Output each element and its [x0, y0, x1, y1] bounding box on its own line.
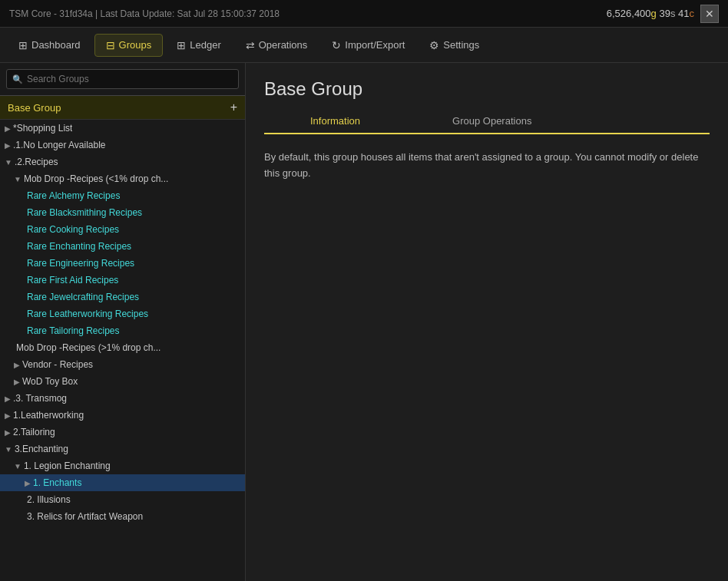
- tree-item-rare-jewelcrafting[interactable]: Rare Jewelcrafting Recipes: [0, 289, 245, 305]
- app-name: TSM Core - 31fd34a: [9, 8, 93, 19]
- label-illusions: 2. Illusions: [27, 494, 71, 505]
- arrow-vendor-recipes: ▶: [14, 361, 20, 369]
- nav-item-ledger[interactable]: ⊞Ledger: [166, 35, 231, 56]
- label-rare-alchemy: Rare Alchemy Recipes: [27, 190, 120, 201]
- tree-item-shopping-list[interactable]: ▶*Shopping List: [0, 120, 245, 137]
- nav-item-import-export[interactable]: ↻Import/Export: [321, 35, 415, 56]
- label-wod-toy-box: WoD Toy Box: [22, 376, 78, 387]
- tree-item-transmog[interactable]: ▶.3. Transmog: [0, 390, 245, 407]
- label-enchanting: 3.Enchanting: [15, 444, 68, 454]
- nav-item-dashboard[interactable]: ⊞Dashboard: [8, 35, 91, 56]
- gold-amount: 6,526,400g 39s 41c: [607, 8, 694, 19]
- tree-item-rare-firstaid[interactable]: Rare First Aid Recipes: [0, 272, 245, 289]
- base-group-header[interactable]: Base Group +: [0, 95, 245, 120]
- label-rare-tailoring: Rare Tailoring Recipes: [27, 325, 120, 336]
- label-rare-engineering: Rare Engineering Recipes: [27, 258, 134, 269]
- tree-item-enchanting[interactable]: ▼3.Enchanting: [0, 441, 245, 457]
- nav-item-groups[interactable]: ⊟Groups: [94, 34, 164, 57]
- tree-item-leatherworking[interactable]: ▶1.Leatherworking: [0, 407, 245, 424]
- tab-group-operations[interactable]: Group Operations: [406, 109, 577, 133]
- page-title: Base Group: [264, 78, 710, 100]
- arrow-wod-toy-box: ▶: [14, 378, 20, 386]
- label-rare-cooking: Rare Cooking Recipes: [27, 224, 119, 235]
- label-rare-jewelcrafting: Rare Jewelcrafting Recipes: [27, 292, 139, 302]
- label-leatherworking: 1.Leatherworking: [13, 410, 84, 421]
- navbar: ⊞Dashboard⊟Groups⊞Ledger⇄Operations↻Impo…: [0, 28, 728, 63]
- close-button[interactable]: ✕: [700, 5, 719, 23]
- label-rare-enchanting: Rare Enchanting Recipes: [27, 241, 131, 252]
- add-group-icon[interactable]: +: [230, 101, 237, 114]
- tree-item-mob-drop-gt1[interactable]: Mob Drop -Recipes (>1% drop ch...: [0, 339, 245, 356]
- tree-item-rare-alchemy[interactable]: Rare Alchemy Recipes: [0, 187, 245, 204]
- label-no-longer-available: .1.No Longer Available: [13, 140, 106, 150]
- nav-item-settings[interactable]: ⚙Settings: [419, 35, 490, 56]
- label-vendor-recipes: Vendor - Recipes: [22, 359, 93, 370]
- settings-nav-label: Settings: [443, 39, 479, 51]
- label-mob-drop-gt1: Mob Drop -Recipes (>1% drop ch...: [16, 342, 160, 353]
- content-body: By default, this group houses all items …: [246, 134, 728, 197]
- label-rare-firstaid: Rare First Aid Recipes: [27, 275, 118, 286]
- last-update: Last Data Update: Sat Jul 28 15:00:37 20…: [101, 8, 280, 19]
- tree-item-relics[interactable]: 3. Relics for Artifact Weapon: [0, 508, 245, 525]
- label-transmog: .3. Transmog: [13, 393, 67, 404]
- tree-item-rare-engineering[interactable]: Rare Engineering Recipes: [0, 255, 245, 272]
- tree-container: ▶*Shopping List▶.1.No Longer Available▼.…: [0, 120, 245, 581]
- tree-item-tailoring[interactable]: ▶2.Tailoring: [0, 424, 245, 441]
- tree-item-illusions[interactable]: 2. Illusions: [0, 491, 245, 508]
- base-group-label: Base Group: [8, 102, 61, 114]
- import-export-nav-label: Import/Export: [345, 39, 405, 51]
- tree-item-rare-leatherworking[interactable]: Rare Leatherworking Recipes: [0, 305, 245, 322]
- tree-item-wod-toy-box[interactable]: ▶WoD Toy Box: [0, 373, 245, 390]
- tabs-bar: InformationGroup Operations: [264, 109, 710, 134]
- main-layout: 🔍 Base Group + ▶*Shopping List▶.1.No Lon…: [0, 63, 728, 581]
- tree-item-no-longer-available[interactable]: ▶.1.No Longer Available: [0, 137, 245, 154]
- operations-nav-icon: ⇄: [246, 39, 255, 51]
- tree-item-recipes[interactable]: ▼.2.Recipes: [0, 154, 245, 170]
- tree-item-mob-drop-lt1[interactable]: ▼Mob Drop -Recipes (<1% drop ch...: [0, 170, 245, 187]
- tree-item-vendor-recipes[interactable]: ▶Vendor - Recipes: [0, 356, 245, 373]
- arrow-recipes: ▼: [5, 158, 12, 167]
- tree-item-rare-enchanting[interactable]: Rare Enchanting Recipes: [0, 238, 245, 255]
- arrow-enchants: ▶: [25, 479, 31, 487]
- arrow-tailoring: ▶: [5, 428, 11, 437]
- tree-item-legion-enchanting[interactable]: ▼1. Legion Enchanting: [0, 457, 245, 474]
- arrow-legion-enchanting: ▼: [14, 462, 22, 470]
- sidebar: 🔍 Base Group + ▶*Shopping List▶.1.No Lon…: [0, 63, 246, 581]
- nav-item-operations[interactable]: ⇄Operations: [235, 35, 319, 56]
- label-enchants: 1. Enchants: [33, 477, 81, 488]
- operations-nav-label: Operations: [259, 39, 308, 51]
- label-mob-drop-lt1: Mob Drop -Recipes (<1% drop ch...: [24, 173, 168, 184]
- label-tailoring: 2.Tailoring: [13, 427, 55, 437]
- groups-nav-label: Groups: [119, 39, 152, 51]
- label-shopping-list: *Shopping List: [13, 123, 72, 134]
- arrow-leatherworking: ▶: [5, 411, 11, 420]
- titlebar-info: TSM Core - 31fd34a | Last Data Update: S…: [9, 8, 280, 19]
- tree-item-rare-cooking[interactable]: Rare Cooking Recipes: [0, 221, 245, 238]
- dashboard-nav-icon: ⊞: [18, 39, 28, 51]
- ledger-nav-icon: ⊞: [177, 39, 186, 51]
- label-relics: 3. Relics for Artifact Weapon: [27, 511, 143, 522]
- titlebar: TSM Core - 31fd34a | Last Data Update: S…: [0, 0, 728, 28]
- arrow-no-longer-available: ▶: [5, 141, 11, 150]
- dashboard-nav-label: Dashboard: [31, 39, 81, 51]
- import-export-nav-icon: ↻: [332, 39, 341, 51]
- search-icon: 🔍: [12, 74, 23, 84]
- label-rare-leatherworking: Rare Leatherworking Recipes: [27, 309, 148, 319]
- content-header: Base Group: [246, 63, 728, 109]
- tree-item-rare-tailoring[interactable]: Rare Tailoring Recipes: [0, 322, 245, 339]
- ledger-nav-label: Ledger: [190, 39, 220, 51]
- content-area: Base Group InformationGroup Operations B…: [246, 63, 728, 581]
- search-input[interactable]: [6, 69, 239, 89]
- label-rare-blacksmithing: Rare Blacksmithing Recipes: [27, 207, 142, 218]
- tree-item-rare-blacksmithing[interactable]: Rare Blacksmithing Recipes: [0, 204, 245, 221]
- settings-nav-icon: ⚙: [429, 39, 439, 51]
- titlebar-right: 6,526,400g 39s 41c ✕: [607, 5, 719, 23]
- arrow-shopping-list: ▶: [5, 124, 11, 133]
- arrow-transmog: ▶: [5, 394, 11, 403]
- label-legion-enchanting: 1. Legion Enchanting: [24, 461, 111, 471]
- label-recipes: .2.Recipes: [15, 157, 58, 167]
- tab-information[interactable]: Information: [264, 109, 406, 134]
- tree-item-enchants[interactable]: ▶1. Enchants: [0, 474, 245, 491]
- arrow-enchanting: ▼: [5, 445, 12, 454]
- groups-nav-icon: ⊟: [106, 39, 115, 51]
